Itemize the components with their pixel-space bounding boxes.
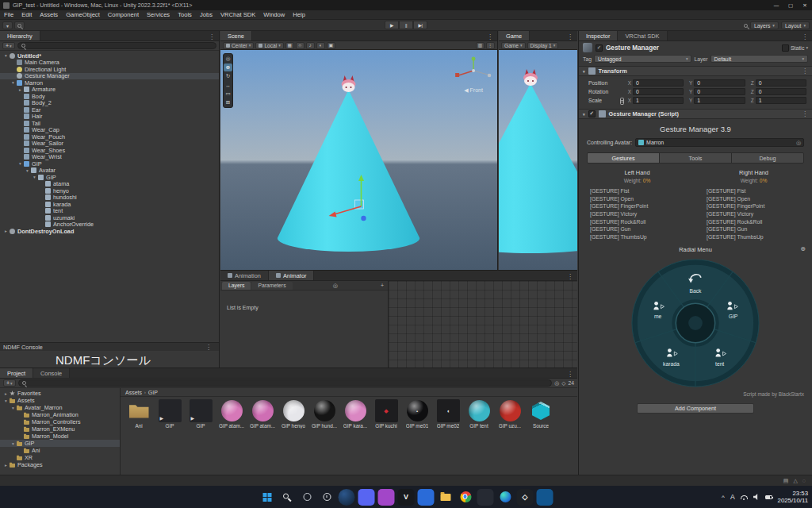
maximize-button[interactable]: ▢ (783, 0, 798, 10)
panel-menu-icon[interactable]: ⋮ (201, 344, 216, 351)
scene-viewport[interactable]: ◎⊕↻↔▭⊞ (220, 50, 497, 270)
gesture-item[interactable]: [GESTURE] Victory (707, 210, 812, 218)
transform-component-header[interactable]: ▾ Transform ⋮ (579, 66, 812, 76)
project-tree-row[interactable]: Ani (0, 447, 120, 454)
asset-tile[interactable]: GIP uzu... (495, 399, 525, 429)
hierarchy-row[interactable]: hundoshi (0, 194, 219, 202)
panel-menu-icon[interactable]: ⋮ (563, 33, 577, 40)
project-search-input[interactable] (18, 379, 553, 387)
search-icon[interactable] (744, 24, 748, 28)
expand-arrow-icon[interactable]: ▸ (3, 229, 9, 233)
gesture-item[interactable]: [GESTURE] Gun (707, 225, 812, 233)
asset-tile[interactable]: Ani (124, 399, 154, 429)
x-input[interactable]: 0 (633, 88, 684, 95)
panel-menu-icon[interactable]: ⋮ (483, 33, 497, 40)
taskbar-app-icon[interactable] (438, 489, 454, 506)
hidden-count-badge[interactable]: 24 (568, 380, 574, 386)
menu-item[interactable]: VRChat SDK (216, 10, 259, 19)
scene-toggle-icon[interactable]: ☼ (296, 42, 304, 49)
component-menu-icon[interactable]: ⋮ (802, 67, 808, 75)
taskbar-app-icon[interactable] (537, 489, 553, 506)
scene-toggle-icon[interactable]: ◐ (316, 42, 325, 49)
hierarchy-row[interactable]: Wear_Wrist (0, 154, 219, 161)
gesture-item[interactable]: [GESTURE] Rock&Roll (590, 217, 695, 225)
tool-button[interactable]: ↔ (224, 81, 232, 89)
menu-item[interactable]: Component (104, 10, 143, 19)
expand-arrow-icon[interactable]: ▾ (32, 175, 37, 179)
hierarchy-row[interactable]: ▾ GIP (0, 174, 219, 181)
taskbar-app-icon[interactable]: ◇ (517, 489, 534, 506)
orientation-dropdown[interactable]: Local▾ (255, 42, 283, 49)
panel-menu-icon[interactable]: ⋮ (205, 33, 219, 40)
gesture-item[interactable]: [GESTURE] Open (707, 195, 812, 203)
project-tree-row[interactable]: XR (0, 454, 120, 461)
asset-tile[interactable]: • GIP me01 (402, 399, 432, 429)
project-tree-row[interactable]: Marron_EXMenu (0, 425, 120, 433)
tool-button[interactable]: ▭ (224, 90, 232, 98)
component-menu-icon[interactable]: ⋮ (802, 110, 808, 117)
gameobject-name[interactable]: Gesture Manager (606, 44, 779, 52)
gesture-item[interactable]: [GESTURE] Rock&Roll (707, 217, 812, 225)
layer-dropdown[interactable]: Default▾ (710, 55, 809, 63)
volume-icon[interactable] (753, 494, 760, 500)
close-button[interactable]: ✕ (798, 0, 812, 10)
panel-menu-icon[interactable]: ⋮ (563, 371, 577, 378)
gesture-manager-tab[interactable]: Gestures (588, 153, 660, 163)
create-object-button[interactable]: +▾ (2, 42, 15, 49)
layout-dropdown[interactable]: Layout▾ (781, 21, 810, 29)
asset-tile[interactable]: GIP atam... (216, 399, 247, 429)
taskbar-app-icon[interactable] (279, 489, 296, 506)
project-tree-row[interactable]: Marron_Controllers (0, 418, 120, 425)
y-input[interactable]: 1 (694, 97, 745, 104)
tab-inspector[interactable]: Inspector (579, 31, 618, 40)
gesture-item[interactable]: [GESTURE] FingerPoint (707, 202, 812, 210)
taskbar-app-icon[interactable] (378, 489, 395, 506)
active-checkbox[interactable]: ✓ (596, 44, 603, 52)
breadcrumb-root[interactable]: Assets (125, 390, 142, 395)
hierarchy-search-input[interactable] (17, 42, 216, 49)
project-tree-row[interactable]: ▾ GIP (0, 440, 120, 447)
component-enabled-checkbox[interactable]: ✓ (588, 110, 596, 117)
ime-indicator[interactable]: A (730, 493, 735, 501)
gesture-item[interactable]: [GESTURE] Victory (590, 210, 695, 218)
scene-render[interactable]: ◀Front (220, 50, 497, 270)
object-picker-icon[interactable]: ◎ (796, 140, 801, 146)
hierarchy-row[interactable]: Directional Light (0, 66, 219, 73)
taskbar-app-icon[interactable] (259, 489, 276, 506)
controlling-avatar-field[interactable]: Marron ◎ (635, 138, 804, 147)
taskbar-app-icon[interactable] (299, 489, 316, 506)
pivot-dropdown[interactable]: Center▾ (223, 42, 254, 49)
expand-arrow-icon[interactable]: ▾ (3, 398, 9, 403)
taskbar-app-icon[interactable] (497, 489, 514, 506)
gesture-item[interactable]: [GESTURE] ThumbsUp (707, 233, 812, 241)
menu-item[interactable]: File (0, 10, 17, 19)
hierarchy-row[interactable]: uzumaki (0, 214, 219, 221)
project-tree-row[interactable]: Marron_Model (0, 433, 120, 440)
game-viewport[interactable] (499, 50, 577, 270)
search-filter-icon[interactable]: ◇ (561, 380, 565, 387)
menu-item[interactable]: Tools (174, 10, 196, 19)
hierarchy-row[interactable]: Hair (0, 114, 219, 121)
panel-menu-icon[interactable]: ⋮ (798, 33, 812, 40)
scene-toggle-icon[interactable]: ♪ (306, 42, 315, 49)
tag-dropdown[interactable]: Untagged▾ (594, 55, 692, 63)
y-input[interactable]: 0 (694, 79, 745, 87)
hierarchy-row[interactable]: ▾ Avatar (0, 167, 219, 175)
menu-item[interactable]: GameObject (62, 10, 104, 19)
add-component-button[interactable]: Add Component (637, 403, 754, 414)
gesture-item[interactable]: [GESTURE] FingerPoint (590, 202, 695, 210)
gesture-manager-component-header[interactable]: ▾ ✓ Gesture Manager (Script) ⋮ (579, 109, 812, 119)
hierarchy-row[interactable]: Wear_Shoes (0, 147, 219, 154)
hierarchy-row[interactable]: Main Camera (0, 60, 219, 67)
expand-arrow-icon[interactable]: ▾ (10, 80, 16, 85)
taskbar-app-icon[interactable] (458, 489, 474, 506)
animator-graph-area[interactable] (389, 281, 577, 368)
x-input[interactable]: 1 (633, 97, 684, 104)
asset-tile[interactable]: Source (526, 399, 556, 429)
status-icon[interactable]: △ (793, 478, 797, 484)
menu-item[interactable]: Services (143, 10, 174, 19)
project-tree-row[interactable]: ▸ Packages (0, 461, 120, 468)
game-mode-dropdown[interactable]: Game▾ (501, 42, 526, 49)
expand-arrow-icon[interactable]: ▾ (17, 161, 23, 166)
hierarchy-row[interactable]: Wear_Sailor (0, 140, 219, 148)
